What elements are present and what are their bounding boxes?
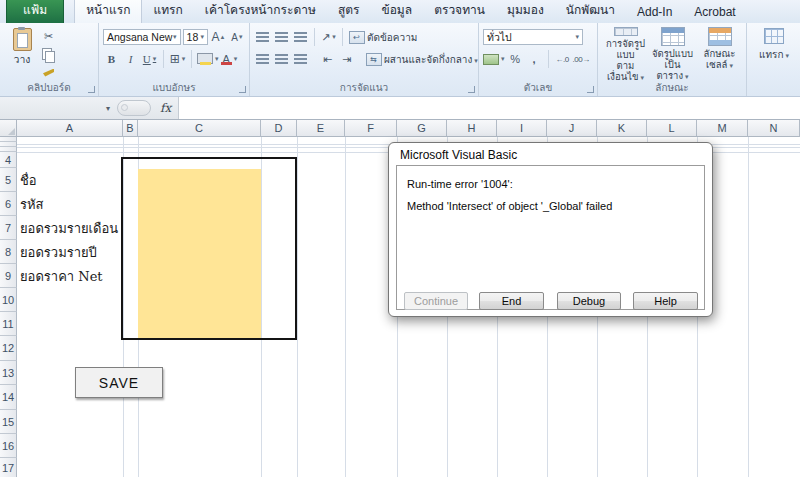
column-header-B[interactable]: B — [123, 120, 138, 137]
save-button[interactable]: SAVE — [75, 367, 163, 398]
cut-button[interactable]: ✂ — [40, 28, 57, 45]
align-middle-button[interactable] — [273, 29, 290, 46]
cell-label-net-price[interactable]: ยอดราคา Net — [20, 264, 103, 288]
name-box[interactable]: ▾ — [0, 97, 112, 119]
align-bottom-button[interactable] — [292, 29, 309, 46]
grow-font-button[interactable]: A▲ — [210, 29, 227, 46]
decrease-indent-button[interactable]: ⇤ — [319, 51, 336, 68]
column-header-L[interactable]: L — [647, 120, 697, 137]
font-name-select[interactable]: Angsana New — [103, 29, 181, 45]
tab-data[interactable]: ข้อมูล — [370, 0, 423, 23]
row-header-4[interactable]: 4 — [0, 152, 17, 168]
column-header-M[interactable]: M — [697, 120, 748, 137]
column-header-F[interactable]: F — [345, 120, 397, 137]
fill-color-bar — [200, 62, 211, 65]
align-right-button[interactable] — [292, 51, 309, 68]
shrink-font-button[interactable]: A▼ — [229, 29, 246, 46]
help-button[interactable]: Help — [633, 292, 698, 310]
tab-addin[interactable]: Add-In — [626, 2, 683, 23]
tab-developer[interactable]: นักพัฒนา — [555, 0, 626, 23]
font-size-select[interactable]: 18 — [183, 29, 208, 45]
format-painter-button[interactable] — [40, 64, 57, 81]
debug-button[interactable]: Debug — [557, 292, 621, 310]
row-header-14[interactable]: 14 — [0, 385, 17, 410]
row-header-17[interactable]: 17 — [0, 458, 17, 477]
insert-function-button[interactable]: fx — [160, 101, 171, 115]
copy-button[interactable] — [40, 46, 57, 63]
format-as-table-button[interactable]: จัดรูปแบบ เป็นตาราง — [649, 26, 696, 83]
clipboard-dialog-launcher-icon[interactable] — [88, 86, 95, 93]
row-header-9[interactable]: 9 — [0, 264, 17, 288]
tab-insert[interactable]: แทรก — [142, 0, 193, 23]
merge-center-button[interactable]: ผสานและจัดกึ่งกลาง — [384, 52, 478, 67]
cell-styles-button[interactable]: ลักษณะ เซลล์ — [696, 26, 743, 83]
cell-label-code[interactable]: รหัส — [20, 192, 44, 216]
bold-button[interactable]: B — [103, 51, 120, 68]
column-header-G[interactable]: G — [397, 120, 447, 137]
row-header-6[interactable]: 6 — [0, 192, 17, 216]
cell-label-monthly-total[interactable]: ยอดรวมรายเดือน — [20, 216, 118, 240]
row-header-13[interactable]: 13 — [0, 361, 17, 385]
banknote-icon — [483, 54, 499, 65]
italic-button[interactable]: I — [122, 51, 139, 68]
column-header-E[interactable]: E — [297, 120, 345, 137]
vba-error-dialog: Microsoft Visual Basic Run-time error '1… — [388, 142, 713, 317]
align-middle-icon — [275, 32, 288, 42]
comma-style-button[interactable]: , — [526, 51, 543, 68]
column-header-A[interactable]: A — [17, 120, 123, 137]
select-all-corner[interactable] — [0, 120, 17, 137]
column-header-K[interactable]: K — [597, 120, 647, 137]
tab-page-layout[interactable]: เค้าโครงหน้ากระดาษ — [194, 0, 327, 23]
number-format-select[interactable]: ทั่วไป — [483, 29, 583, 45]
increase-indent-button[interactable]: ⇥ — [338, 51, 355, 68]
insert-cells-button[interactable]: แทรก — [759, 26, 789, 62]
align-center-button[interactable] — [273, 51, 290, 68]
name-box-dropdown-icon[interactable]: ▾ — [106, 104, 112, 113]
percent-style-button[interactable]: % — [507, 51, 524, 68]
alignment-dialog-launcher-icon[interactable] — [468, 86, 475, 93]
paste-button[interactable]: วาง — [4, 26, 40, 81]
column-header-H[interactable]: H — [447, 120, 497, 137]
tab-home[interactable]: หน้าแรก — [74, 0, 142, 23]
row-header-8[interactable]: 8 — [0, 240, 17, 264]
cell-label-yearly-total[interactable]: ยอดรวมรายปี — [20, 240, 97, 264]
tab-acrobat[interactable]: Acrobat — [683, 2, 746, 23]
tab-file[interactable]: แฟ้ม — [6, 0, 64, 23]
accounting-format-button[interactable] — [483, 51, 505, 68]
formula-input[interactable] — [178, 97, 800, 119]
row-header-16[interactable]: 16 — [0, 434, 17, 458]
row-header-15[interactable]: 15 — [0, 410, 17, 434]
row-header-7[interactable]: 7 — [0, 216, 17, 240]
dialog-title: Microsoft Visual Basic — [400, 148, 517, 162]
cell-label-name[interactable]: ชื่อ — [20, 168, 37, 192]
font-dialog-launcher-icon[interactable] — [239, 86, 246, 93]
end-button[interactable]: End — [479, 292, 544, 310]
font-color-button[interactable]: A — [221, 51, 238, 68]
decrease-decimal-button[interactable]: .00→ — [573, 51, 590, 68]
fill-color-button[interactable] — [197, 51, 219, 68]
column-header-N[interactable]: N — [748, 120, 800, 137]
align-top-button[interactable] — [254, 29, 271, 46]
row-header-5[interactable]: 5 — [0, 168, 17, 192]
borders-button[interactable]: ⊞ — [169, 51, 186, 68]
tab-formulas[interactable]: สูตร — [327, 0, 371, 23]
tab-review[interactable]: ตรวจทาน — [423, 0, 496, 23]
row-header-10[interactable]: 10 — [0, 288, 17, 312]
tab-view[interactable]: มุมมอง — [496, 0, 555, 23]
align-left-icon — [256, 54, 269, 64]
wrap-text-button[interactable]: ตัดข้อความ — [367, 30, 417, 45]
continue-button[interactable]: Continue — [404, 292, 468, 310]
column-headers: A B C D E F G H I J K L M N — [17, 120, 800, 137]
underline-button[interactable]: U — [141, 51, 158, 68]
number-dialog-launcher-icon[interactable] — [587, 86, 594, 93]
row-header-12[interactable]: 12 — [0, 336, 17, 361]
align-left-button[interactable] — [254, 51, 271, 68]
column-header-I[interactable]: I — [497, 120, 547, 137]
column-header-J[interactable]: J — [547, 120, 597, 137]
column-header-D[interactable]: D — [261, 120, 297, 137]
conditional-formatting-button[interactable]: การจัดรูปแบบ ตามเงื่อนไข — [602, 26, 649, 83]
row-header-11[interactable]: 11 — [0, 312, 17, 336]
orientation-button[interactable]: ↗ — [320, 29, 337, 46]
increase-decimal-button[interactable]: ←.0 — [554, 51, 571, 68]
column-header-C[interactable]: C — [138, 120, 261, 137]
